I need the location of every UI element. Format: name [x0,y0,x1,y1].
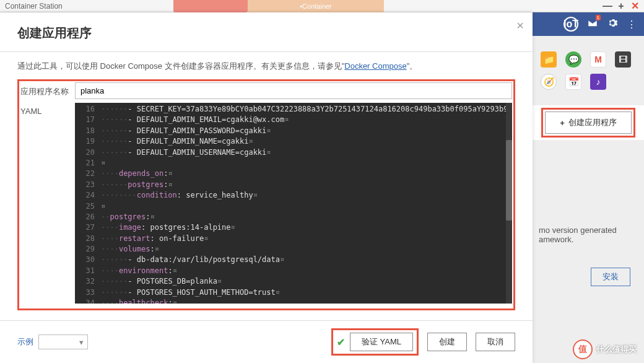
create-button[interactable]: 创建 [427,333,467,351]
chevron-down-icon: ▾ [79,338,84,347]
chat-icon[interactable]: 💬 [565,51,581,68]
watermark-text: 什么值得买 [596,344,637,355]
yaml-label: YAML [20,103,75,116]
code-line: 21¤ [75,158,512,168]
iot-icon[interactable]: IoT [564,17,578,32]
bg-toolbar: IoT 1 ⋮ [533,12,644,36]
code-line: 23······postgres:¤ [75,180,512,190]
create-app-modal: × 创建应用程序 通过此工具，可以使用 Docker Compose 文件创建多… [0,12,533,363]
window-titlebar: Container Station • Container — + ✕ [0,0,644,12]
plus-icon: + [560,118,565,128]
close-icon[interactable]: ✕ [630,2,639,11]
code-line: 17······- DEFAULT_ADMIN_EMAIL=cgakki@wx.… [75,115,512,125]
code-line: 32······- POSTGRES_DB=planka¤ [75,276,512,287]
tab-container: • Container [248,0,384,12]
gear-icon[interactable] [607,17,618,31]
scrollbar[interactable] [506,103,512,304]
code-line: 16······- SECRET_KEY=37a833Ye89bCY0ab047… [75,104,512,115]
check-icon: ✔ [337,336,345,348]
more-icon[interactable]: ⋮ [627,19,637,30]
code-line: 24········condition: service_healthy¤ [75,190,512,201]
watermark-badge: 值 [573,339,593,359]
maximize-icon[interactable]: + [617,2,625,11]
modal-title: 创建应用程序 [0,12,533,46]
bg-create-app-button[interactable]: + 创建应用程序 [545,112,632,134]
bg-demo-text: mo version generated amework. [539,225,625,244]
code-line: 29····volumes:¤ [75,244,512,255]
folder-icon[interactable]: 📁 [541,51,557,68]
scroll-thumb[interactable] [506,140,512,221]
modal-close-icon[interactable]: × [516,19,524,33]
bg-desktop-icons: 📁 💬 M 🎞 🧭 📅 ♪ [536,46,638,95]
music-icon[interactable]: ♪ [590,74,606,90]
code-line: 18······- DEFAULT_ADMIN_PASSWORD=cgakki¤ [75,126,512,136]
minimize-icon[interactable]: — [603,2,612,11]
yaml-editor[interactable]: 16······- SECRET_KEY=37a833Ye89bCY0ab047… [75,103,512,304]
bg-sidepanel: + 创建应用程序 [533,105,644,140]
tab-ghost [173,0,248,12]
film-icon[interactable]: 🎞 [615,51,631,68]
code-line: 31····environment:¤ [75,266,512,276]
gmail-icon[interactable]: M [590,51,606,68]
install-button[interactable]: 安装 [591,268,630,286]
notification-icon[interactable]: 1 [587,17,598,31]
app-name-label: 应用程序名称 [20,82,75,97]
code-line: 28····restart: on-failure¤ [75,234,512,244]
code-line: 26··postgres:¤ [75,212,512,222]
code-line: 20······- DEFAULT_ADMIN_USERNAME=cgakki¤ [75,147,512,158]
app-name-input[interactable] [75,82,512,99]
modal-footer: 示例 ▾ ✔ 验证 YAML 创建 取消 [0,320,533,363]
code-line: 34····healthcheck:¤ [75,298,512,304]
sample-label[interactable]: 示例 [17,336,33,348]
sample-select[interactable]: ▾ [38,335,88,349]
code-line: 30······- db-data:/var/lib/postgresql/da… [75,255,512,265]
code-line: 19······- DEFAULT_ADMIN_NAME=cgakki¤ [75,136,512,147]
docker-compose-link[interactable]: Docker Compose [344,61,406,71]
modal-description: 通过此工具，可以使用 Docker Compose 文件创建多容器应用程序。有关… [17,61,515,72]
calendar-icon[interactable]: 📅 [565,74,581,90]
code-line: 33······- POSTGRES_HOST_AUTH_METHOD=trus… [75,287,512,298]
watermark: 值 什么值得买 [573,339,637,359]
compass-icon[interactable]: 🧭 [541,74,557,90]
code-line: 27····image: postgres:14-alpine¤ [75,222,512,233]
code-line: 22····depends_on:¤ [75,168,512,179]
cancel-button[interactable]: 取消 [476,333,515,351]
validate-yaml-button[interactable]: 验证 YAML [350,333,413,351]
code-line: 25¤ [75,201,512,212]
